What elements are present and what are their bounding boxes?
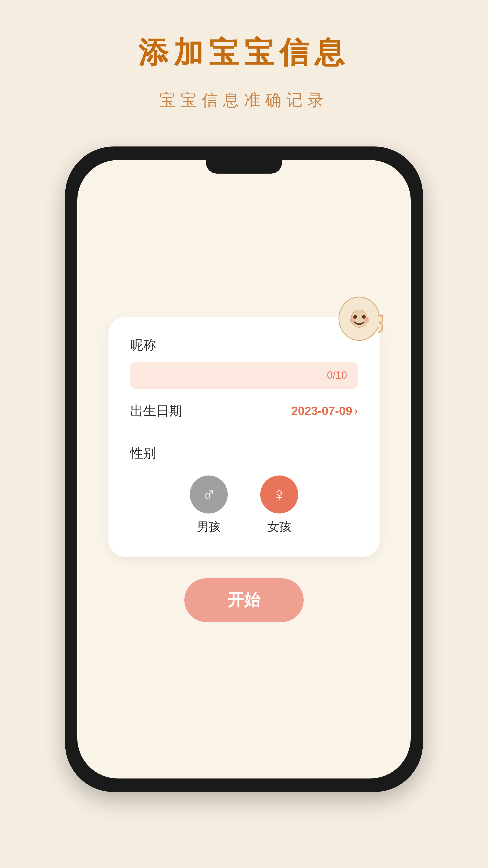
phone-frame: 昵称 0/10 出生日期 2023-07-09 › 性别 ♂ xyxy=(65,147,423,792)
gender-girl-label: 女孩 xyxy=(267,519,291,535)
svg-point-4 xyxy=(349,317,355,323)
gender-boy-symbol: ♂ xyxy=(202,484,216,505)
phone-screen: 昵称 0/10 出生日期 2023-07-09 › 性别 ♂ xyxy=(77,160,411,778)
gender-boy-label: 男孩 xyxy=(197,519,221,535)
gender-option-girl[interactable]: ♀ 女孩 xyxy=(260,475,298,535)
birthdate-label: 出生日期 xyxy=(130,402,182,420)
page-title: 添加宝宝信息 xyxy=(138,33,350,73)
nickname-counter: 0/10 xyxy=(327,369,347,381)
gender-options: ♂ 男孩 ♀ 女孩 xyxy=(130,475,358,535)
nickname-label: 昵称 xyxy=(130,336,358,354)
birthdate-value: 2023-07-09 › xyxy=(291,404,358,418)
divider xyxy=(130,432,358,432)
birthdate-row[interactable]: 出生日期 2023-07-09 › xyxy=(130,402,358,420)
gender-label: 性别 xyxy=(130,444,358,462)
gender-girl-symbol: ♀ xyxy=(272,484,287,505)
gender-option-boy[interactable]: ♂ 男孩 xyxy=(190,475,228,535)
svg-point-5 xyxy=(364,317,369,323)
svg-point-2 xyxy=(353,315,357,319)
phone-notch xyxy=(206,160,282,174)
toilet-roll-icon xyxy=(333,290,388,344)
nickname-input[interactable]: 0/10 xyxy=(130,362,358,389)
birthdate-chevron-icon: › xyxy=(354,405,358,417)
gender-boy-icon: ♂ xyxy=(190,475,228,514)
form-card: 昵称 0/10 出生日期 2023-07-09 › 性别 ♂ xyxy=(108,317,380,557)
page-subtitle: 宝宝信息准确记录 xyxy=(159,89,329,111)
gender-girl-icon: ♀ xyxy=(260,475,298,514)
start-button[interactable]: 开始 xyxy=(184,578,304,622)
